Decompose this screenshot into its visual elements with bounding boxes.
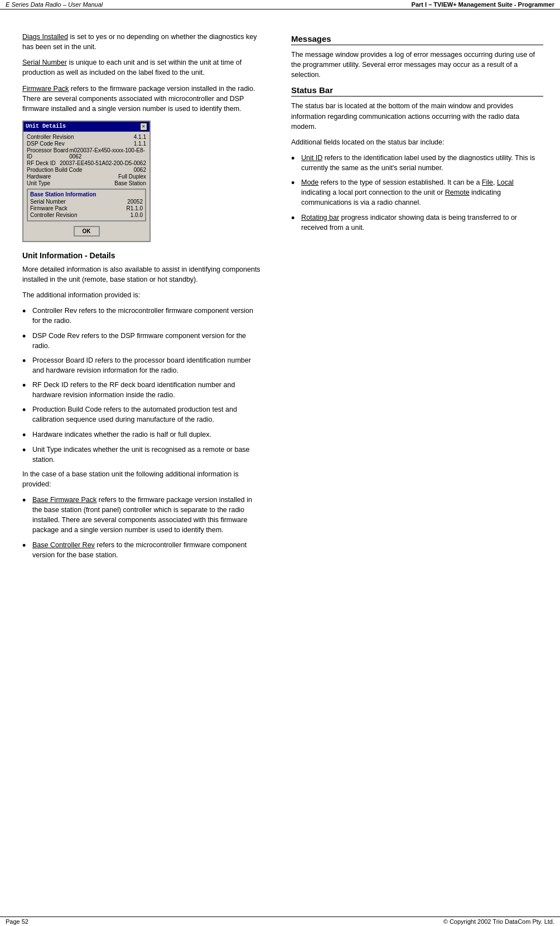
dialog-value-build: 0062 bbox=[134, 167, 146, 173]
dialog-close-btn[interactable]: ✕ bbox=[140, 123, 147, 131]
main-content: Diags Installed is set to yes or no depe… bbox=[0, 9, 560, 570]
dialog-label-controller: Controller Revision bbox=[27, 134, 74, 140]
dialog-title: Unit Details bbox=[26, 123, 66, 129]
page-header: E Series Data Radio – User Manual Part I… bbox=[0, 0, 560, 9]
header-right-title: Part I – TVIEW+ Management Suite - Progr… bbox=[412, 1, 554, 8]
inner-value-serial: 20052 bbox=[127, 199, 143, 205]
dialog-label-dsp: DSP Code Rev bbox=[27, 141, 65, 147]
bullet-text-base-controller: Base Controller Rev refers to the microc… bbox=[32, 540, 263, 560]
mode-term: Mode bbox=[301, 179, 318, 186]
inner-row-serial: Serial Number 20052 bbox=[30, 199, 143, 205]
dialog-row-rfdeck: RF Deck ID 20037-EE450-51A02-200-D5-0062 bbox=[27, 160, 146, 166]
bullet-text-unit-id: Unit ID refers to the identification lab… bbox=[301, 153, 543, 173]
header-left-title: E Series Data Radio – User Manual bbox=[6, 1, 103, 8]
list-item: • Rotating bar progress indicator showin… bbox=[291, 213, 543, 233]
dialog-value-rfdeck: 20037-EE450-51A02-200-D5-0062 bbox=[60, 160, 146, 166]
bullet-text-base-firmware: Base Firmware Pack refers to the firmwar… bbox=[32, 495, 263, 536]
subsection-heading: Unit Information - Details bbox=[22, 251, 263, 260]
firmware-term: Firmware Pack bbox=[22, 85, 69, 93]
dialog-content: Controller Revision 4.1.1 DSP Code Rev 1… bbox=[23, 132, 149, 241]
diags-term: Diags Installed bbox=[22, 33, 68, 41]
list-item: • Unit ID refers to the identification l… bbox=[291, 153, 543, 173]
inner-value-controller: 1.0.0 bbox=[131, 212, 143, 218]
list-item: • Hardware indicates whether the radio i… bbox=[22, 430, 263, 440]
base-station-info-title: Base Station Information bbox=[30, 191, 143, 197]
inner-row-firmware: Firmware Pack R1.1.0 bbox=[30, 205, 143, 211]
bullet-text-rfdeck: RF Deck ID refers to the RF deck board i… bbox=[32, 380, 263, 400]
dialog-row-processor: Processor Board ID m020037-Ex450-xxxx-10… bbox=[27, 147, 146, 160]
bullet-icon: • bbox=[22, 404, 32, 425]
dialog-ok-row: OK bbox=[27, 224, 146, 239]
rotating-bar-term: Rotating bar bbox=[301, 214, 339, 221]
dialog-value-unittype: Base Station bbox=[114, 180, 146, 186]
diags-paragraph: Diags Installed is set to yes or no depe… bbox=[22, 32, 263, 52]
file-term: File bbox=[482, 179, 493, 186]
unit-details-dialog: Unit Details ✕ Controller Revision 4.1.1… bbox=[22, 120, 151, 242]
bullet-icon: • bbox=[291, 213, 301, 233]
bullet-text-processor: Processor Board ID refers to the process… bbox=[32, 355, 263, 375]
bullet-icon: • bbox=[22, 430, 32, 440]
bullet-icon: • bbox=[22, 380, 32, 400]
bullet-text-unittype: Unit Type indicates whether the unit is … bbox=[32, 445, 263, 465]
dialog-ok-button[interactable]: OK bbox=[74, 226, 100, 237]
page-footer: Page 52 © Copyright 2002 Trio DataCom Pt… bbox=[0, 917, 560, 926]
bullet-text-production: Production Build Code refers to the auto… bbox=[32, 404, 263, 425]
dialog-label-processor: Processor Board ID bbox=[27, 147, 69, 160]
dialog-label-build: Production Build Code bbox=[27, 167, 83, 173]
dialog-row-dsp: DSP Code Rev 1.1.1 bbox=[27, 141, 146, 147]
unit-info-bullets: • Controller Rev refers to the microcont… bbox=[22, 306, 263, 465]
dialog-label-unittype: Unit Type bbox=[27, 180, 50, 186]
bullet-text-rotating-bar: Rotating bar progress indicator showing … bbox=[301, 213, 543, 233]
bullet-icon: • bbox=[22, 355, 32, 375]
dialog-row-unittype: Unit Type Base Station bbox=[27, 180, 146, 186]
serial-term: Serial Number bbox=[22, 59, 67, 66]
bullet-icon: • bbox=[291, 153, 301, 173]
bullet-icon: • bbox=[22, 331, 32, 351]
bullet-icon: • bbox=[22, 495, 32, 536]
bullet-text-controller: Controller Rev refers to the microcontro… bbox=[32, 306, 263, 326]
bullet-icon: • bbox=[291, 177, 301, 208]
messages-body: The message window provides a log of err… bbox=[291, 50, 543, 80]
bullet-icon: • bbox=[22, 306, 32, 326]
status-bar-heading: Status Bar bbox=[291, 85, 543, 97]
list-item: • Processor Board ID refers to the proce… bbox=[22, 355, 263, 375]
status-bar-body: The status bar is located at the bottom … bbox=[291, 101, 543, 131]
list-item: • Base Controller Rev refers to the micr… bbox=[22, 540, 263, 560]
dialog-value-controller: 4.1.1 bbox=[134, 134, 146, 140]
list-item: • Mode refers to the type of session est… bbox=[291, 177, 543, 208]
dialog-value-hardware: Full Duplex bbox=[118, 173, 146, 180]
dialog-row-hardware: Hardware Full Duplex bbox=[27, 173, 146, 180]
bullet-icon: • bbox=[22, 445, 32, 465]
list-item: • Production Build Code refers to the au… bbox=[22, 404, 263, 425]
dialog-value-processor: m020037-Ex450-xxxx-100-E8-0062 bbox=[69, 147, 146, 160]
subsection-intro1: More detailed information is also availa… bbox=[22, 264, 263, 284]
base-controller-term: Base Controller Rev bbox=[32, 541, 95, 549]
dialog-label-rfdeck: RF Deck ID bbox=[27, 160, 56, 166]
list-item: • RF Deck ID refers to the RF deck board… bbox=[22, 380, 263, 400]
dialog-row-controller: Controller Revision 4.1.1 bbox=[27, 134, 146, 140]
unit-details-dialog-wrapper: Unit Details ✕ Controller Revision 4.1.1… bbox=[22, 120, 263, 242]
list-item: • Base Firmware Pack refers to the firmw… bbox=[22, 495, 263, 536]
dialog-label-hardware: Hardware bbox=[27, 173, 51, 180]
footer-page-number: Page 52 bbox=[6, 918, 28, 925]
dialog-value-dsp: 1.1.1 bbox=[134, 141, 146, 147]
footer-copyright: © Copyright 2002 Trio DataCom Pty. Ltd. bbox=[443, 918, 554, 925]
bullet-text-mode: Mode refers to the type of session estab… bbox=[301, 177, 543, 208]
base-firmware-term: Base Firmware Pack bbox=[32, 496, 96, 504]
bullet-icon: • bbox=[22, 540, 32, 560]
serial-paragraph: Serial Number is unique to each unit and… bbox=[22, 57, 263, 78]
list-item: • Controller Rev refers to the microcont… bbox=[22, 306, 263, 326]
firmware-paragraph: Firmware Pack refers to the firmware pac… bbox=[22, 84, 263, 114]
dialog-titlebar: Unit Details ✕ bbox=[23, 122, 149, 132]
remote-term: Remote bbox=[445, 189, 470, 196]
base-station-bullets: • Base Firmware Pack refers to the firmw… bbox=[22, 495, 263, 560]
inner-label-firmware: Firmware Pack bbox=[30, 205, 67, 211]
status-bar-additional: Additional fields located on the status … bbox=[291, 137, 543, 147]
inner-value-firmware: R1.1.0 bbox=[127, 205, 143, 211]
list-item: • Unit Type indicates whether the unit i… bbox=[22, 445, 263, 465]
inner-label-serial: Serial Number bbox=[30, 199, 66, 205]
right-column: Messages The message window provides a l… bbox=[280, 26, 560, 570]
inner-row-controller: Controller Revision 1.0.0 bbox=[30, 212, 143, 218]
bullet-text-dsp: DSP Code Rev refers to the DSP firmware … bbox=[32, 331, 263, 351]
left-column: Diags Installed is set to yes or no depe… bbox=[0, 26, 280, 570]
